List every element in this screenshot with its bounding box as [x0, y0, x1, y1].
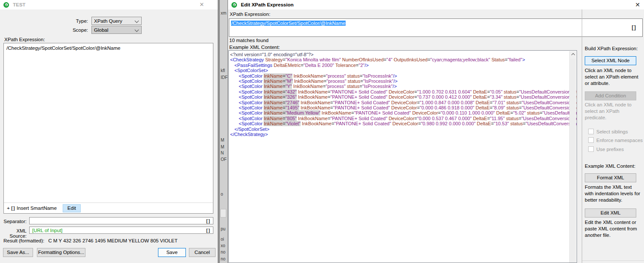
xml-token: "0.05" — [490, 89, 502, 94]
cancel-button[interactable]: Cancel — [189, 248, 216, 257]
xml-line[interactable]: <SpotColor InkName="805" InkBookName="PA… — [230, 116, 569, 121]
xml-token: DeltaE — [474, 100, 490, 105]
separator-field[interactable]: [] — [29, 217, 213, 224]
test-dialog-titlebar[interactable]: TEST ✕ — [0, 0, 218, 9]
select-xml-node-button[interactable]: Select XML Node — [585, 56, 636, 65]
xml-line[interactable]: <SpotColor InkName="Violet" InkBookName=… — [230, 121, 569, 126]
xml-token: "Medium Yellow" — [286, 110, 320, 115]
xml-token: "IsProcessInk" — [363, 79, 394, 84]
scrollbar-track[interactable] — [570, 59, 576, 263]
checkbox-icon[interactable] — [588, 146, 594, 152]
xml-token: InkBookName — [297, 116, 328, 121]
xml-token: "1.000 0.847 0.000 0.008" — [420, 100, 474, 105]
scope-label: Scope: — [43, 27, 88, 33]
xpath-expression-editor[interactable]: /CheckStrategy/SpotColorSet/SpotColor/@I… — [3, 43, 213, 214]
xml-token: "PANTONE+ Solid Coated" — [333, 105, 390, 110]
test-dialog: TEST ✕ Type: XPath Query Scope: Global X… — [0, 0, 218, 263]
checkbox-icon[interactable] — [588, 137, 594, 143]
background-text-fragment: no — [221, 250, 228, 254]
select-xml-node-desc: Click an XML node to select an XPath ele… — [585, 67, 641, 87]
xml-token: DeltaE — [472, 116, 487, 121]
xml-token: <SpotColor — [239, 121, 264, 126]
background-text-fragment: pu — [221, 227, 228, 231]
xml-token: "UsesDefaultConversionSettings" — [519, 89, 577, 94]
xml-token: = — [283, 94, 285, 100]
xml-token: "0.000 0.110 1.000 0.000" — [441, 110, 495, 115]
xml-token: = — [283, 110, 285, 115]
vertical-scrollbar[interactable] — [569, 51, 576, 263]
checkbox-icon[interactable] — [588, 129, 594, 134]
type-dropdown[interactable]: XPath Query — [91, 17, 142, 25]
xml-token: "0.737 0.000 0.412 0.000" — [417, 94, 471, 100]
type-label: Type: — [43, 18, 88, 24]
smartname-bracket-icon[interactable]: [] — [206, 218, 210, 224]
add-condition-button[interactable]: Add Condition — [585, 91, 636, 100]
xml-line[interactable]: <SpotColor InkName="2746" InkBookName="P… — [230, 100, 569, 105]
format-xml-button[interactable]: Format XML — [585, 173, 636, 182]
xml-line[interactable]: <SpotColor InkName="Y" InkBookName="proc… — [230, 84, 569, 89]
xml-token: "IsProcessInk" — [362, 84, 393, 89]
save-as-button[interactable]: Save As... — [3, 248, 33, 257]
scroll-up-icon[interactable] — [571, 53, 574, 57]
xml-token: <SpotColor — [239, 79, 264, 84]
format-xml-desc: Formats the XML text with indentation le… — [585, 184, 641, 204]
xml-line[interactable]: <PassFailSettings DeltaEMetric="Delta E … — [230, 63, 569, 68]
xml-token: "Konica Minolta white film" — [286, 57, 341, 62]
xml-token: = — [283, 105, 285, 110]
edit-xml-button[interactable]: Edit XML — [585, 209, 636, 218]
xml-token: "0.000 0.486 0.918 0.000" — [420, 105, 474, 110]
build-xpath-heading: Build XPath Expression: — [585, 46, 638, 51]
select-siblings-label: Select siblings — [596, 129, 628, 134]
use-prefixes-checkbox[interactable]: Use prefixes — [588, 146, 624, 152]
scope-dropdown[interactable]: Global — [91, 26, 142, 34]
xpath-expression-label: XPath Expression: — [230, 12, 270, 17]
close-icon[interactable]: ✕ — [198, 1, 206, 9]
xml-line[interactable]: <?xml version="1.0" encoding="utf-8"?> — [230, 52, 569, 57]
xml-token: <SpotColor — [239, 73, 264, 79]
xml-token: > — [522, 57, 525, 62]
xml-source-field[interactable]: [URL of Input] [] — [29, 227, 213, 234]
xml-line[interactable]: <SpotColor InkName="1495" InkBookName="P… — [230, 105, 569, 110]
xml-token: DeviceColor — [411, 110, 438, 115]
xpath-expression-input[interactable]: /CheckStrategy/SpotColorSet/SpotColor/@I… — [229, 18, 643, 37]
close-icon[interactable]: ✕ — [634, 1, 641, 9]
xml-line[interactable]: <SpotColor InkName="432" InkBookName="PA… — [230, 89, 569, 94]
edit-xpath-title: Edit XPath Expression — [241, 2, 294, 7]
background-text-fragment: M — [221, 138, 228, 142]
result-label: Result (formatted): — [3, 238, 44, 243]
xml-token: DeltaEMetric — [272, 63, 301, 68]
example-xml-content-box[interactable]: <?xml version="1.0" encoding="utf-8"?><C… — [228, 50, 577, 263]
xml-token: InkName — [264, 105, 283, 110]
xml-token: <SpotColor — [239, 105, 264, 110]
xml-token: "UsesDefaultConversionSettings" — [519, 94, 577, 100]
xpath-expression-value[interactable]: /CheckStrategy/SpotColorSet/SpotColor/@I… — [6, 45, 120, 51]
xml-token: "326" — [286, 94, 297, 100]
separator-label: Separator: — [0, 219, 27, 224]
xml-token: "11.95" — [490, 116, 505, 121]
xml-line[interactable]: </CheckStrategy> — [230, 132, 569, 137]
save-button[interactable]: Save — [158, 248, 186, 257]
xml-line[interactable]: <SpotColor InkName="C" InkBookName="proc… — [230, 73, 569, 79]
xml-line[interactable]: <SpotColor InkName="326" InkBookName="PA… — [230, 94, 569, 100]
insert-smartname-button[interactable]: Insert SmartName — [17, 206, 57, 211]
xml-token: </SpotColorSet> — [234, 127, 269, 132]
edit-xpath-titlebar[interactable]: Edit XPath Expression ✕ — [228, 0, 644, 9]
xml-line[interactable]: <SpotColorSet> — [230, 68, 569, 73]
xml-line[interactable]: <SpotColor InkName="Medium Yellow" InkBo… — [230, 110, 569, 115]
formatting-options-button[interactable]: Formatting Options... — [37, 248, 85, 257]
test-dialog-title: TEST — [13, 2, 25, 7]
xml-token: status — [346, 84, 359, 89]
background-text-fragment: N — [221, 151, 228, 155]
select-siblings-checkbox[interactable]: Select siblings — [588, 129, 628, 134]
xml-token: DeviceColor — [387, 89, 414, 94]
xml-line[interactable]: <SpotColor InkName="M" InkBookName="proc… — [230, 79, 569, 84]
smartname-bracket-icon[interactable]: [] — [206, 228, 210, 233]
xml-token: "Violet" — [286, 121, 301, 126]
xml-token: DeltaE — [472, 94, 487, 100]
xml-token: status — [505, 105, 519, 110]
xml-line[interactable]: <CheckStrategy Strategy="Konica Minolta … — [230, 57, 569, 62]
xml-token: "3.34" — [490, 94, 502, 100]
enforce-namespaces-checkbox[interactable]: Enforce namespaces — [588, 137, 643, 143]
edit-button[interactable]: Edit — [63, 204, 81, 212]
xml-line[interactable]: </SpotColorSet> — [230, 127, 569, 132]
